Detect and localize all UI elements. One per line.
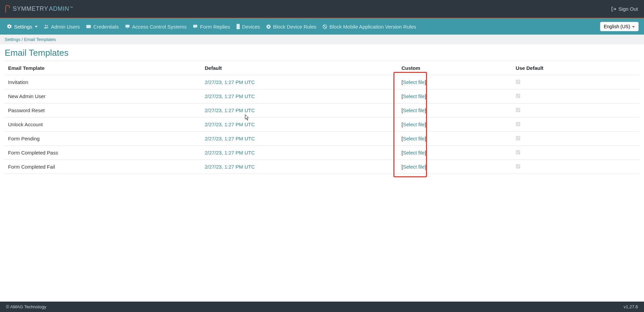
custom-cell: [Select file] [398, 118, 513, 132]
users-icon [44, 24, 49, 29]
language-select[interactable]: English (US) [600, 22, 639, 31]
table-row: Password Reset2/27/23, 1:27 PM UTC[Selec… [5, 103, 639, 118]
default-template-link[interactable]: 2/27/23, 1:27 PM UTC [205, 150, 255, 155]
custom-cell: [Select file] [398, 89, 513, 103]
chevron-down-icon [35, 26, 38, 28]
nav-block-device[interactable]: Block Device Rules [265, 22, 318, 32]
svg-point-2 [47, 25, 48, 26]
use-default-checkbox[interactable] [516, 164, 520, 169]
nav-block-mobile[interactable]: Block Mobile Application Version Rules [321, 22, 417, 32]
breadcrumb-root[interactable]: Settings [5, 37, 20, 42]
footer: © AMAG Technology v1.27.6 [0, 302, 644, 312]
email-template-table: Email Template Default Custom Use Defaul… [5, 61, 639, 174]
brand-mark-icon [5, 5, 11, 13]
content: Email Templates Email Template Default C… [0, 44, 644, 302]
use-default-checkbox[interactable] [516, 94, 520, 98]
svg-point-1 [45, 25, 46, 26]
use-default-checkbox[interactable] [516, 150, 520, 154]
svg-rect-6 [236, 24, 240, 29]
template-name: Form Pending [5, 132, 202, 146]
use-default-checkbox[interactable] [516, 108, 520, 112]
nav-admin-users[interactable]: Admin Users [42, 22, 81, 32]
brand-text-2: ADMIN [49, 5, 69, 12]
id-card-icon [86, 24, 91, 29]
brand-tm: ™ [70, 6, 73, 9]
signout-icon [611, 6, 616, 12]
breadcrumb-sep: / [22, 37, 23, 42]
svg-rect-5 [127, 28, 128, 28]
table-row: Form Pending2/27/23, 1:27 PM UTC[Select … [5, 132, 639, 146]
custom-cell: [Select file] [398, 132, 513, 146]
breadcrumb: Settings / Email Templates [0, 35, 644, 44]
nav-form-replies[interactable]: Form Replies [191, 22, 231, 32]
default-template-link[interactable]: 2/27/23, 1:27 PM UTC [205, 122, 255, 127]
use-default-checkbox[interactable] [516, 136, 520, 140]
default-template-link[interactable]: 2/27/23, 1:27 PM UTC [205, 164, 255, 170]
default-template-link[interactable]: 2/27/23, 1:27 PM UTC [205, 107, 255, 113]
nav-devices[interactable]: Devices [235, 22, 261, 32]
use-default-checkbox[interactable] [516, 80, 520, 84]
custom-cell: [Select file] [398, 160, 513, 174]
select-file-link[interactable]: Select file [403, 164, 425, 170]
block-circle-icon [266, 24, 271, 29]
breadcrumb-current[interactable]: Email Templates [24, 37, 56, 42]
footer-copyright: © AMAG Technology [6, 304, 46, 309]
col-header-use-default: Use Default [513, 61, 639, 75]
template-name: Form Completed Pass [5, 146, 202, 160]
custom-cell: [Select file] [398, 103, 513, 118]
access-icon [125, 24, 130, 29]
topbar: SYMMETRYADMIN™ Sign Out [0, 0, 644, 18]
select-file-link[interactable]: Select file [403, 107, 425, 113]
svg-line-11 [323, 25, 326, 28]
mobile-icon [236, 24, 240, 29]
table-row: Unlock Account2/27/23, 1:27 PM UTC[Selec… [5, 118, 639, 132]
table-row: Invitation2/27/23, 1:27 PM UTC[Select fi… [5, 75, 639, 89]
nav-credentials[interactable]: Credentials [85, 22, 120, 32]
main-nav: Settings Admin Users Credentials Access … [0, 18, 644, 35]
col-header-template: Email Template [5, 61, 202, 75]
use-default-checkbox[interactable] [516, 122, 520, 126]
brand-text-1: SYMMETRY [13, 5, 48, 12]
svg-rect-4 [125, 25, 129, 28]
nav-access-control[interactable]: Access Control Systems [123, 22, 188, 32]
col-header-custom: Custom [398, 61, 513, 75]
table-row: Form Completed Fail2/27/23, 1:27 PM UTC[… [5, 160, 639, 174]
select-file-link[interactable]: Select file [403, 150, 425, 155]
table-row: New Admin User2/27/23, 1:27 PM UTC[Selec… [5, 89, 639, 103]
default-template-link[interactable]: 2/27/23, 1:27 PM UTC [205, 136, 255, 141]
gear-icon [7, 24, 12, 29]
template-name: Unlock Account [5, 118, 202, 132]
comment-icon [193, 24, 198, 29]
select-file-link[interactable]: Select file [403, 122, 425, 127]
default-template-link[interactable]: 2/27/23, 1:27 PM UTC [205, 93, 255, 99]
template-name: Password Reset [5, 103, 202, 118]
nav-settings[interactable]: Settings [5, 22, 39, 32]
template-name: Form Completed Fail [5, 160, 202, 174]
default-template-link[interactable]: 2/27/23, 1:27 PM UTC [205, 79, 255, 85]
brand-logo[interactable]: SYMMETRYADMIN™ [5, 5, 73, 13]
template-name: Invitation [5, 75, 202, 89]
custom-cell: [Select file] [398, 146, 513, 160]
template-name: New Admin User [5, 89, 202, 103]
select-file-link[interactable]: Select file [403, 136, 425, 141]
select-file-link[interactable]: Select file [403, 93, 425, 99]
table-wrap: Email Template Default Custom Use Defaul… [5, 61, 639, 174]
select-file-link[interactable]: Select file [403, 79, 425, 85]
svg-rect-3 [86, 25, 91, 28]
ban-icon [322, 24, 327, 29]
custom-cell: [Select file] [398, 75, 513, 89]
col-header-default: Default [202, 61, 398, 75]
footer-version: v1.27.6 [624, 304, 638, 309]
page-title: Email Templates [5, 48, 639, 58]
table-row: Form Completed Pass2/27/23, 1:27 PM UTC[… [5, 146, 639, 160]
signout-button[interactable]: Sign Out [611, 6, 638, 12]
